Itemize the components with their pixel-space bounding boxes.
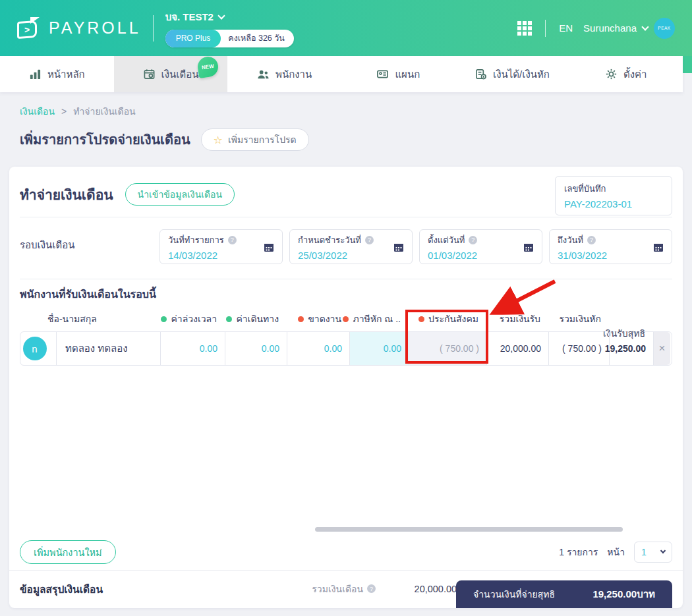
add-employee-button[interactable]: เพิ่มพนักงานใหม่ xyxy=(20,540,116,564)
employee-avatar: n xyxy=(23,337,47,360)
page-label: หน้า xyxy=(607,545,625,559)
card-title: ทำจ่ายเงินเดือน xyxy=(20,184,113,206)
apps-grid-icon[interactable] xyxy=(517,21,532,36)
help-icon[interactable]: ? xyxy=(587,236,596,244)
green-dot-icon xyxy=(161,316,167,322)
date-value: 25/03/2022 xyxy=(298,250,374,261)
plan-pill: PRO Plus คงเหลือ 326 วัน xyxy=(165,30,294,47)
header-divider-2 xyxy=(545,20,546,37)
page-title: เพิ่มรายการโปรดจ่ายเงินเดือน xyxy=(20,129,190,150)
withholding-tax-cell[interactable]: 0.00 xyxy=(349,332,409,365)
travel-cell[interactable]: 0.00 xyxy=(225,332,287,365)
id-card-icon xyxy=(376,68,389,80)
help-icon[interactable]: ? xyxy=(469,236,477,244)
tab-payroll[interactable]: เงินเดือน NEW xyxy=(114,56,228,92)
net-pay-cell: 19,250.00 xyxy=(609,332,653,365)
breadcrumb-current: ทำจ่ายเงินเดือน xyxy=(73,104,135,119)
company-name: บจ. TEST2 xyxy=(165,9,214,25)
main-nav: หน้าหลัก เงินเดือน NEW พนักงาน แผนก เงิน… xyxy=(0,56,683,92)
money-doc-icon xyxy=(475,68,487,80)
absence-cell[interactable]: 0.00 xyxy=(287,332,349,365)
app-header: > PAYROLL บจ. TEST2 PRO Plus คงเหลือ 326… xyxy=(0,0,692,56)
record-number-value: PAY-202203-01 xyxy=(564,198,663,210)
header-edge-strip xyxy=(683,56,692,73)
tab-settings[interactable]: ตั้งค่า xyxy=(569,56,683,92)
column-header-name: ชื่อ-นามสกุล xyxy=(20,312,159,326)
add-favorite-button[interactable]: ☆ เพิ่มรายการโปรด xyxy=(201,128,309,151)
red-dot-icon xyxy=(418,316,424,322)
red-dot-icon xyxy=(298,316,304,322)
column-header-social-security: ประกันสังคม xyxy=(408,312,486,326)
date-value: 01/03/2022 xyxy=(428,250,477,261)
star-icon: ☆ xyxy=(214,134,223,146)
date-field-due[interactable]: กำหนดชำระวันที่? 25/03/2022 xyxy=(289,229,413,264)
breadcrumb: เงินเดือน > ทำจ่ายเงินเดือน xyxy=(20,104,692,119)
date-field-from[interactable]: ตั้งแต่วันที่? 01/03/2022 xyxy=(419,229,542,264)
date-label: ตั้งแต่วันที่ xyxy=(428,233,465,247)
favorite-button-label: เพิ่มรายการโปรด xyxy=(228,132,297,147)
language-switch[interactable]: EN xyxy=(559,22,573,34)
date-value: 31/03/2022 xyxy=(558,250,607,261)
calendar-icon xyxy=(393,242,404,252)
red-dot-icon xyxy=(343,316,349,322)
total-deduction-cell: ( 750.00 ) xyxy=(548,332,609,365)
summary-bar: ข้อมูลสรุปเงินเดือน รวมเงินเดือน ? 20,00… xyxy=(9,570,683,608)
page-select[interactable]: 1 xyxy=(634,542,672,563)
import-salary-button[interactable]: นำเข้าข้อมูลเงินเดือน xyxy=(125,183,235,206)
tab-home[interactable]: หน้าหลัก xyxy=(0,56,114,92)
total-salary-label: รวมเงินเดือน ? xyxy=(312,582,376,596)
date-label: ถึงวันที่ xyxy=(558,233,583,247)
chevron-down-icon xyxy=(660,548,666,553)
help-icon[interactable]: ? xyxy=(365,236,374,244)
gear-icon xyxy=(605,68,618,80)
net-pay-label: จำนวนเงินที่จ่ายสุทธิ xyxy=(473,587,555,602)
help-icon[interactable]: ? xyxy=(228,236,237,244)
employee-avatar-cell: n xyxy=(20,332,56,365)
plan-days-left: คงเหลือ 326 วัน xyxy=(228,32,285,45)
tab-departments[interactable]: แผนก xyxy=(341,56,455,92)
employees-section-title: พนักงานที่รับเงินเดือนในรอบนี้ xyxy=(20,286,672,302)
calendar-icon xyxy=(653,242,664,252)
people-icon xyxy=(257,68,270,80)
column-header-overtime: ค่าล่วงเวลา xyxy=(159,312,224,326)
date-field-transaction[interactable]: วันที่ทำรายการ? 14/03/2022 xyxy=(159,229,283,264)
user-menu[interactable]: Surunchana PEAK xyxy=(583,18,675,39)
tab-label: เงินได้/เงินหัก xyxy=(493,67,550,82)
employee-name-cell: ทดลอง ทดลอง xyxy=(56,332,160,365)
overtime-cell[interactable]: 0.00 xyxy=(160,332,225,365)
chevron-down-icon xyxy=(641,23,649,30)
table-header-row: ชื่อ-นามสกุล ค่าล่วงเวลา ค่าเดินทาง ขาดง… xyxy=(20,312,672,331)
record-number-box: เลขที่บันทึก PAY-202203-01 xyxy=(555,176,672,215)
calendar-icon xyxy=(264,242,274,252)
divider xyxy=(20,279,672,279)
tab-label: หน้าหลัก xyxy=(47,67,85,82)
column-header-withholding-tax: ภาษีหัก ณ .. xyxy=(349,312,408,326)
breadcrumb-separator: > xyxy=(61,106,67,117)
date-value: 14/03/2022 xyxy=(168,250,237,261)
company-selector[interactable]: บจ. TEST2 xyxy=(165,9,294,25)
tab-employees[interactable]: พนักงาน xyxy=(227,56,341,92)
breadcrumb-parent[interactable]: เงินเดือน xyxy=(20,104,55,119)
divider xyxy=(20,217,672,217)
remove-row-button[interactable]: × xyxy=(653,332,670,365)
cycle-label: รอบเงินเดือน xyxy=(20,229,159,253)
tab-label: ตั้งค่า xyxy=(623,67,647,82)
items-count: 1 รายการ xyxy=(559,545,598,559)
app-logo[interactable]: > PAYROLL xyxy=(17,17,141,40)
header-divider xyxy=(153,15,154,42)
net-pay-summary-box: จำนวนเงินที่จ่ายสุทธิ 19,250.00บาท xyxy=(456,580,672,608)
column-header-total-income: รวมเงินรับ xyxy=(486,312,548,326)
tab-label: แผนก xyxy=(395,67,420,82)
payroll-logo-icon: > xyxy=(17,17,41,40)
payroll-card: ทำจ่ายเงินเดือน นำเข้าข้อมูลเงินเดือน เล… xyxy=(9,167,683,608)
tab-income-deductions[interactable]: เงินได้/เงินหัก xyxy=(455,56,569,92)
record-number-label: เลขที่บันทึก xyxy=(564,182,663,196)
date-label: กำหนดชำระวันที่ xyxy=(298,233,361,247)
calendar-icon xyxy=(523,242,534,252)
summary-title: ข้อมูลสรุปเงินเดือน xyxy=(20,581,103,598)
date-field-to[interactable]: ถึงวันที่? 31/03/2022 xyxy=(549,229,672,264)
social-security-cell[interactable]: ( 750.00 ) xyxy=(409,332,486,365)
help-icon[interactable]: ? xyxy=(367,584,376,593)
table-row: n ทดลอง ทดลอง 0.00 0.00 0.00 0.00 ( 750.… xyxy=(20,331,672,366)
horizontal-scrollbar[interactable] xyxy=(315,527,623,532)
